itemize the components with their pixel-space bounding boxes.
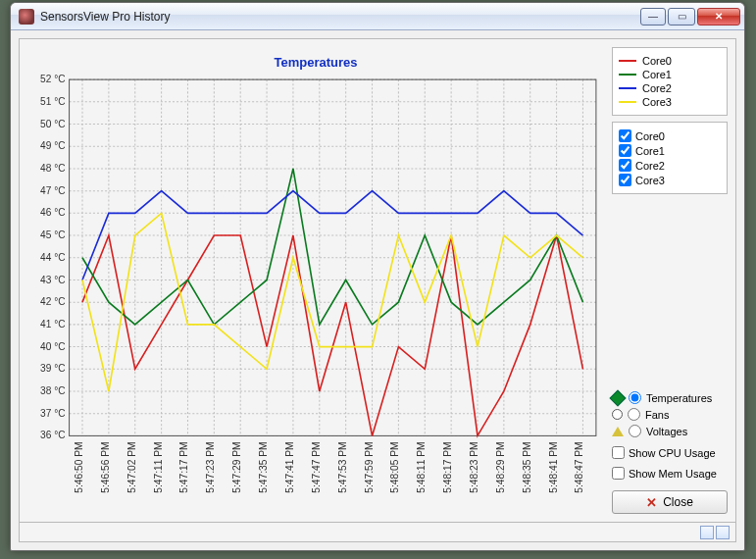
svg-text:41 °C: 41 °C — [40, 319, 65, 330]
app-window: SensorsView Pro History — ▭ ✕ Temperatur… — [10, 2, 745, 551]
svg-text:52 °C: 52 °C — [40, 74, 65, 84]
legend-swatch — [619, 60, 636, 62]
main-area: Temperatures 36 °C37 °C38 °C39 °C40 °C41… — [20, 39, 735, 522]
close-button-label: Close — [663, 495, 693, 509]
legend-swatch — [619, 74, 636, 76]
legend-swatch — [619, 101, 636, 103]
series-checkbox-label: Core2 — [635, 160, 665, 172]
view-mode-radio[interactable]: Fans — [612, 406, 728, 423]
temperature-icon — [610, 389, 627, 406]
svg-text:5:48:47 PM: 5:48:47 PM — [574, 442, 584, 493]
close-button[interactable]: ✕ Close — [612, 490, 728, 514]
legend-item: Core2 — [619, 81, 721, 95]
maximize-button[interactable]: ▭ — [668, 8, 695, 25]
svg-text:5:46:56 PM: 5:46:56 PM — [100, 442, 111, 493]
legend-item: Core3 — [619, 95, 721, 109]
show-cpu-usage-input[interactable] — [612, 446, 625, 459]
svg-text:50 °C: 50 °C — [40, 119, 65, 129]
legend-item: Core1 — [619, 68, 721, 81]
chart-title: Temperatures — [27, 47, 604, 74]
line-chart: 36 °C37 °C38 °C39 °C40 °C41 °C42 °C43 °C… — [27, 74, 604, 514]
show-cpu-usage-checkbox[interactable]: Show CPU Usage — [612, 445, 728, 460]
statusbar-button-1[interactable] — [700, 526, 714, 539]
svg-text:45 °C: 45 °C — [40, 229, 65, 240]
legend-label: Core2 — [642, 82, 672, 94]
svg-text:37 °C: 37 °C — [40, 408, 65, 419]
svg-text:49 °C: 49 °C — [40, 140, 65, 151]
svg-text:5:48:11 PM: 5:48:11 PM — [416, 442, 427, 493]
svg-text:5:47:47 PM: 5:47:47 PM — [311, 442, 322, 493]
show-mem-usage-input[interactable] — [612, 467, 625, 480]
series-checkbox-input[interactable] — [619, 159, 631, 172]
app-icon — [19, 9, 34, 25]
close-icon: ✕ — [646, 495, 657, 510]
view-mode-radio[interactable]: Voltages — [612, 423, 728, 439]
svg-text:42 °C: 42 °C — [40, 296, 65, 307]
svg-text:47 °C: 47 °C — [40, 185, 65, 196]
view-mode-radio-input[interactable] — [629, 425, 641, 437]
window-title: SensorsView Pro History — [40, 10, 640, 24]
legend-swatch — [619, 87, 636, 89]
view-mode-panel: TemperaturesFansVoltages — [612, 389, 728, 439]
svg-text:5:48:29 PM: 5:48:29 PM — [495, 442, 506, 493]
svg-text:5:48:35 PM: 5:48:35 PM — [522, 442, 532, 493]
series-checkbox[interactable]: Core3 — [619, 173, 721, 187]
legend-label: Core3 — [642, 96, 672, 108]
statusbar-button-2[interactable] — [716, 526, 730, 539]
svg-text:5:48:17 PM: 5:48:17 PM — [442, 442, 453, 493]
svg-text:5:48:05 PM: 5:48:05 PM — [389, 442, 400, 493]
series-checkbox[interactable]: Core2 — [619, 158, 721, 173]
show-mem-usage-label: Show Mem Usage — [629, 468, 717, 480]
show-cpu-usage-label: Show CPU Usage — [629, 447, 716, 459]
svg-text:39 °C: 39 °C — [40, 363, 65, 374]
voltage-icon — [612, 427, 624, 436]
view-mode-radio-label: Voltages — [646, 426, 687, 437]
svg-text:5:48:23 PM: 5:48:23 PM — [469, 442, 479, 493]
view-mode-radio[interactable]: Temperatures — [612, 389, 728, 406]
view-mode-radio-label: Temperatures — [646, 392, 712, 404]
svg-text:44 °C: 44 °C — [40, 252, 65, 263]
legend-label: Core0 — [642, 55, 672, 67]
client-area: Temperatures 36 °C37 °C38 °C39 °C40 °C41… — [19, 38, 736, 542]
titlebar[interactable]: SensorsView Pro History — ▭ ✕ — [11, 3, 744, 30]
svg-text:38 °C: 38 °C — [40, 385, 65, 396]
legend-item: Core0 — [619, 54, 721, 68]
svg-text:5:47:11 PM: 5:47:11 PM — [153, 442, 164, 493]
minimize-button[interactable]: — — [640, 8, 666, 25]
svg-text:5:47:23 PM: 5:47:23 PM — [205, 442, 216, 493]
svg-text:5:47:29 PM: 5:47:29 PM — [231, 442, 242, 493]
series-checkbox-input[interactable] — [619, 144, 631, 157]
view-mode-radio-input[interactable] — [628, 408, 640, 421]
svg-text:40 °C: 40 °C — [40, 341, 65, 352]
chart-plot-area: 36 °C37 °C38 °C39 °C40 °C41 °C42 °C43 °C… — [27, 74, 604, 514]
svg-text:5:47:35 PM: 5:47:35 PM — [258, 442, 269, 493]
window-control-group: — ▭ ✕ — [640, 8, 740, 25]
series-checkbox-label: Core0 — [635, 130, 665, 142]
svg-text:51 °C: 51 °C — [40, 96, 65, 107]
svg-text:5:47:17 PM: 5:47:17 PM — [179, 442, 190, 493]
svg-text:48 °C: 48 °C — [40, 163, 65, 174]
svg-text:5:48:41 PM: 5:48:41 PM — [548, 442, 559, 493]
svg-text:5:47:41 PM: 5:47:41 PM — [284, 442, 295, 493]
series-checkbox-input[interactable] — [619, 129, 631, 142]
series-checkbox[interactable]: Core1 — [619, 143, 721, 158]
legend-panel: Core0Core1Core2Core3 — [612, 47, 728, 116]
statusbar — [20, 522, 735, 541]
svg-text:5:46:50 PM: 5:46:50 PM — [74, 442, 84, 493]
series-checkbox[interactable]: Core0 — [619, 128, 721, 143]
legend-label: Core1 — [642, 69, 672, 80]
series-checkbox-label: Core3 — [635, 175, 665, 186]
view-mode-radio-label: Fans — [645, 409, 669, 421]
svg-text:46 °C: 46 °C — [40, 207, 65, 218]
show-mem-usage-checkbox[interactable]: Show Mem Usage — [612, 466, 728, 481]
window-close-button[interactable]: ✕ — [697, 8, 740, 25]
svg-text:5:47:02 PM: 5:47:02 PM — [126, 442, 137, 493]
chart-column: Temperatures 36 °C37 °C38 °C39 °C40 °C41… — [27, 47, 604, 514]
series-toggle-panel: Core0Core1Core2Core3 — [612, 122, 728, 194]
svg-text:5:47:53 PM: 5:47:53 PM — [337, 442, 348, 493]
series-checkbox-input[interactable] — [619, 174, 631, 186]
view-mode-radio-input[interactable] — [629, 391, 641, 404]
sidebar: Core0Core1Core2Core3 Core0Core1Core2Core… — [612, 47, 728, 514]
svg-text:5:47:59 PM: 5:47:59 PM — [364, 442, 375, 493]
series-checkbox-label: Core1 — [635, 145, 665, 157]
